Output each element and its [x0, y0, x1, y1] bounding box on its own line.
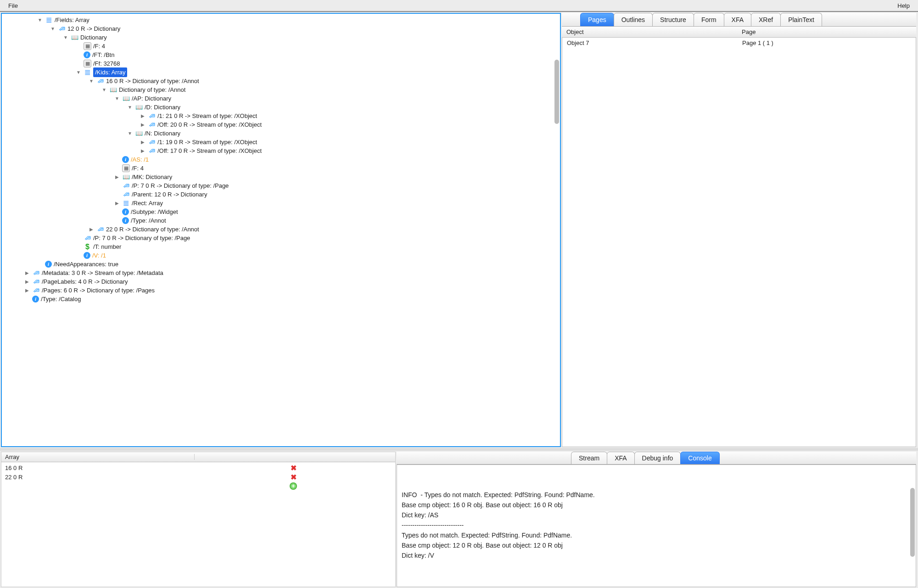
- tree-node[interactable]: /P: 7 0 R -> Dictionary of type: /Page: [11, 234, 558, 242]
- menu-file[interactable]: File: [5, 1, 22, 10]
- tree-node[interactable]: /Fields: Array: [11, 16, 558, 24]
- tree-node[interactable]: /Kids: Array: [11, 68, 558, 77]
- tree-scrollbar-thumb[interactable]: [554, 60, 559, 124]
- tree-node[interactable]: /NeedAppearances: true: [11, 260, 558, 269]
- tree-node[interactable]: /Subtype: /Widget: [11, 207, 558, 216]
- delete-icon[interactable]: ✖: [290, 473, 297, 481]
- tree-node-label: /Fields: Array: [55, 16, 90, 24]
- chevron-down-icon[interactable]: [37, 17, 43, 23]
- tab-stream[interactable]: Stream: [571, 452, 607, 464]
- tree-node[interactable]: /Pages: 6 0 R -> Dictionary of type: /Pa…: [11, 286, 558, 295]
- tab-console[interactable]: Console: [680, 452, 719, 464]
- tree-node-label: /MK: Dictionary: [132, 173, 172, 181]
- tab-form[interactable]: Form: [694, 13, 724, 26]
- array-row[interactable]: 22 0 R✖: [5, 472, 392, 482]
- chevron-down-icon[interactable]: [127, 130, 133, 137]
- tab-outlines[interactable]: Outlines: [614, 13, 653, 26]
- chevron-down-icon[interactable]: [101, 87, 107, 93]
- grid-row[interactable]: Object 7Page 1 ( 1 ): [562, 38, 916, 48]
- tree-node[interactable]: /Type: /Catalog: [11, 295, 558, 303]
- disclosure-none: [75, 43, 82, 50]
- dictionary-icon: [122, 95, 130, 102]
- array-row[interactable]: +: [5, 482, 392, 491]
- array-row[interactable]: 16 0 R✖: [5, 463, 392, 472]
- chevron-down-icon[interactable]: [50, 26, 56, 32]
- tree-node[interactable]: /AP: Dictionary: [11, 94, 558, 103]
- dictionary-icon: [135, 103, 143, 111]
- tree-node[interactable]: /1: 21 0 R -> Stream of type: /XObject: [11, 112, 558, 120]
- array-pane: Array 16 0 R✖22 0 R✖+: [1, 452, 396, 587]
- tree-node[interactable]: /Off: 20 0 R -> Stream of type: /XObject: [11, 120, 558, 129]
- tab-xfa[interactable]: XFA: [607, 452, 634, 464]
- chevron-right-icon[interactable]: [140, 122, 146, 128]
- tree-node-label: /AP: Dictionary: [132, 94, 171, 103]
- console-pane: StreamXFADebug infoConsole INFO - Types …: [397, 452, 916, 587]
- tree-node[interactable]: /Metadata: 3 0 R -> Stream of type: /Met…: [11, 269, 558, 277]
- tree-node[interactable]: /PageLabels: 4 0 R -> Dictionary: [11, 277, 558, 286]
- tree-node[interactable]: /AS: /1: [11, 155, 558, 164]
- tab-structure[interactable]: Structure: [652, 13, 694, 26]
- console-scrollbar-thumb[interactable]: [910, 488, 915, 557]
- tree-node[interactable]: /FT: /Btn: [11, 50, 558, 59]
- tree-node[interactable]: 22 0 R -> Dictionary of type: /Annot: [11, 225, 558, 234]
- tree-node[interactable]: 16 0 R -> Dictionary of type: /Annot: [11, 77, 558, 85]
- tab-pages[interactable]: Pages: [580, 13, 614, 26]
- tree-node[interactable]: /1: 19 0 R -> Stream of type: /XObject: [11, 138, 558, 146]
- grid-header: Object Page: [562, 27, 916, 38]
- chevron-right-icon[interactable]: [24, 287, 30, 294]
- array-row-label: 16 0 R: [5, 465, 198, 471]
- grid-col-page[interactable]: Page: [737, 28, 916, 35]
- chevron-down-icon[interactable]: [62, 34, 69, 41]
- dictionary-icon: [109, 86, 117, 94]
- tree-node-label: /P: 7 0 R -> Dictionary of type: /Page: [132, 181, 229, 190]
- chevron-right-icon[interactable]: [114, 174, 120, 180]
- tree-node-label: 22 0 R -> Dictionary of type: /Annot: [106, 225, 199, 234]
- console-body[interactable]: INFO - Types do not match. Expected: Pdf…: [397, 465, 916, 587]
- chevron-right-icon[interactable]: [140, 113, 146, 119]
- chevron-right-icon[interactable]: [140, 148, 146, 154]
- tree-pane[interactable]: /Fields: Array12 0 R -> DictionaryDictio…: [1, 13, 561, 447]
- tree-node[interactable]: /D: Dictionary: [11, 103, 558, 112]
- tree-node[interactable]: /Rect: Array: [11, 199, 558, 207]
- tree-node-label: /N: Dictionary: [145, 129, 180, 138]
- tree-node[interactable]: /Off: 17 0 R -> Stream of type: /XObject: [11, 146, 558, 155]
- tree-node[interactable]: /Ff: 32768: [11, 59, 558, 68]
- chevron-down-icon[interactable]: [114, 95, 120, 102]
- disclosure-none: [37, 261, 43, 268]
- add-icon[interactable]: +: [290, 482, 297, 490]
- chevron-down-icon[interactable]: [75, 69, 82, 76]
- tree-node[interactable]: /P: 7 0 R -> Dictionary of type: /Page: [11, 181, 558, 190]
- tree-node[interactable]: /N: Dictionary: [11, 129, 558, 138]
- tree-node[interactable]: /MK: Dictionary: [11, 173, 558, 181]
- tree-node[interactable]: /Parent: 12 0 R -> Dictionary: [11, 190, 558, 199]
- tab-debug-info[interactable]: Debug info: [634, 452, 681, 464]
- tree-node[interactable]: /F: 4: [11, 42, 558, 50]
- tab-plaintext[interactable]: PlainText: [780, 13, 822, 26]
- tree-node-label: /P: 7 0 R -> Dictionary of type: /Page: [93, 234, 190, 242]
- tree-node[interactable]: Dictionary of type: /Annot: [11, 85, 558, 94]
- chevron-right-icon[interactable]: [88, 226, 95, 233]
- tree-node[interactable]: /T: number: [11, 242, 558, 251]
- grid-body[interactable]: Object 7Page 1 ( 1 ): [562, 38, 916, 447]
- tab-xfa[interactable]: XFA: [724, 13, 751, 26]
- chevron-right-icon[interactable]: [140, 139, 146, 146]
- delete-icon[interactable]: ✖: [290, 464, 297, 471]
- tree-node[interactable]: /Type: /Annot: [11, 216, 558, 225]
- grid-col-object[interactable]: Object: [562, 28, 737, 35]
- tree-node[interactable]: /V: /1: [11, 251, 558, 260]
- tree-node[interactable]: 12 0 R -> Dictionary: [11, 24, 558, 33]
- tree-node[interactable]: Dictionary: [11, 33, 558, 42]
- menu-help[interactable]: Help: [894, 1, 913, 10]
- tree-node-label: /Kids: Array: [93, 67, 127, 77]
- chevron-down-icon[interactable]: [88, 78, 95, 84]
- chevron-right-icon[interactable]: [24, 270, 30, 276]
- tree-node[interactable]: /F: 4: [11, 164, 558, 173]
- right-tabs: PagesOutlinesStructureFormXFAXRefPlainTe…: [562, 13, 916, 27]
- chevron-right-icon[interactable]: [114, 200, 120, 207]
- tab-xref[interactable]: XRef: [751, 13, 781, 26]
- chevron-right-icon[interactable]: [24, 279, 30, 285]
- tree-node-label: /Pages: 6 0 R -> Dictionary of type: /Pa…: [42, 286, 155, 295]
- reference-icon: [148, 147, 156, 155]
- array-body[interactable]: 16 0 R✖22 0 R✖+: [1, 462, 395, 587]
- chevron-down-icon[interactable]: [127, 104, 133, 111]
